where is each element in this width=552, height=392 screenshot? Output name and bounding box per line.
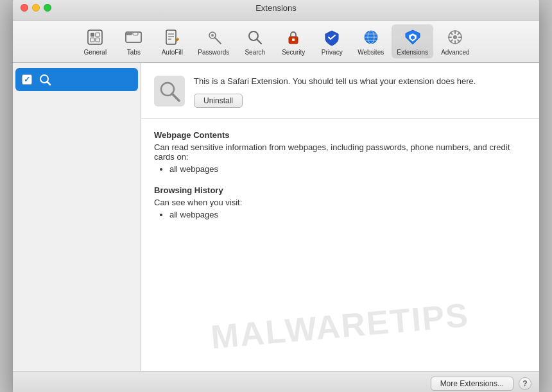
security-icon <box>283 27 304 47</box>
svg-line-30 <box>451 33 453 35</box>
titlebar: Extensions <box>13 0 539 21</box>
websites-icon <box>361 27 381 47</box>
toolbar-item-search[interactable]: Search <box>237 24 273 58</box>
maximize-button[interactable] <box>44 4 51 12</box>
main-window: Extensions General <box>13 0 539 392</box>
list-item: all webpages <box>169 210 526 219</box>
extension-icon-inner <box>154 76 185 107</box>
close-button[interactable] <box>21 4 28 12</box>
sidebar-item-search-ext[interactable]: ✓ <box>15 68 138 91</box>
svg-line-37 <box>172 94 179 101</box>
passwords-label: Passwords <box>198 49 229 56</box>
main-area: ✓ MALWARETIPS <box>13 63 539 371</box>
minimize-button[interactable] <box>32 4 40 12</box>
footer: More Extensions... ? <box>13 371 539 393</box>
more-extensions-button[interactable]: More Extensions... <box>431 377 513 391</box>
svg-line-13 <box>214 37 221 44</box>
svg-line-33 <box>451 40 453 42</box>
checkmark-icon: ✓ <box>24 75 30 84</box>
permission-desc-webpage: Can read sensitive information from webp… <box>154 142 526 162</box>
security-label: Security <box>282 49 305 56</box>
extension-checkbox[interactable]: ✓ <box>22 74 32 85</box>
general-label: General <box>84 49 107 56</box>
extension-description: This is a Safari Extension. You should t… <box>194 76 526 87</box>
extensions-label: Extensions <box>397 49 428 56</box>
content-panel: MALWARETIPS This is a Safari Extension. … <box>141 63 539 371</box>
extension-header: This is a Safari Extension. You should t… <box>141 63 539 119</box>
toolbar-item-websites[interactable]: Websites <box>352 24 389 58</box>
permission-browsing-history: Browsing History Can see when you visit:… <box>154 185 526 219</box>
permission-webpage-contents: Webpage Contents Can read sensitive info… <box>154 130 526 174</box>
svg-rect-2 <box>96 33 99 37</box>
toolbar-item-autofill[interactable]: AutoFill <box>154 24 190 58</box>
extension-list-icon <box>37 72 53 87</box>
toolbar-item-general[interactable]: General <box>77 24 113 58</box>
extensions-icon <box>402 27 423 47</box>
svg-line-35 <box>47 81 50 85</box>
tabs-icon <box>123 27 144 47</box>
privacy-label: Privacy <box>322 49 343 56</box>
svg-rect-0 <box>88 30 102 44</box>
tabs-label: Tabs <box>127 49 141 56</box>
svg-rect-3 <box>91 38 94 42</box>
list-item: all webpages <box>169 164 526 174</box>
svg-rect-18 <box>292 38 295 41</box>
svg-line-16 <box>257 39 261 44</box>
search-label: Search <box>245 49 265 56</box>
svg-rect-1 <box>91 33 94 37</box>
permission-title-history: Browsing History <box>154 185 526 195</box>
toolbar-item-passwords[interactable]: Passwords <box>193 24 234 58</box>
permission-desc-history: Can see when you visit: <box>154 198 526 207</box>
extension-info: This is a Safari Extension. You should t… <box>194 76 526 108</box>
permission-title-webpage: Webpage Contents <box>154 130 526 140</box>
toolbar-item-advanced[interactable]: Advanced <box>436 24 474 58</box>
svg-point-14 <box>211 34 214 37</box>
watermark-text: MALWARETIPS <box>209 295 470 356</box>
permission-list-webpage: all webpages <box>154 164 526 174</box>
toolbar-item-tabs[interactable]: Tabs <box>116 24 151 58</box>
watermark: MALWARETIPS <box>141 307 539 345</box>
sidebar: ✓ <box>13 63 141 371</box>
svg-line-32 <box>458 33 460 35</box>
help-button[interactable]: ? <box>519 377 531 390</box>
svg-point-25 <box>453 35 457 39</box>
toolbar-item-privacy[interactable]: Privacy <box>314 24 350 58</box>
uninstall-button[interactable]: Uninstall <box>194 94 243 108</box>
privacy-icon <box>322 27 342 47</box>
extension-icon <box>154 76 185 107</box>
autofill-label: AutoFill <box>162 49 183 56</box>
svg-rect-4 <box>96 38 99 42</box>
websites-label: Websites <box>358 49 384 56</box>
toolbar: General Tabs A <box>13 21 539 63</box>
window-title: Extensions <box>255 3 297 13</box>
svg-line-31 <box>458 40 460 42</box>
permission-list-history: all webpages <box>154 210 526 219</box>
advanced-label: Advanced <box>441 49 469 56</box>
general-icon <box>85 27 105 47</box>
svg-rect-8 <box>166 30 176 44</box>
toolbar-item-extensions[interactable]: Extensions <box>392 24 433 58</box>
autofill-icon <box>162 27 182 47</box>
toolbar-item-security[interactable]: Security <box>275 24 311 58</box>
search-icon <box>245 27 265 47</box>
svg-rect-6 <box>126 32 132 35</box>
permissions-section: Webpage Contents Can read sensitive info… <box>141 119 539 243</box>
passwords-icon <box>203 27 224 47</box>
traffic-lights <box>21 4 51 12</box>
advanced-icon <box>445 27 465 47</box>
